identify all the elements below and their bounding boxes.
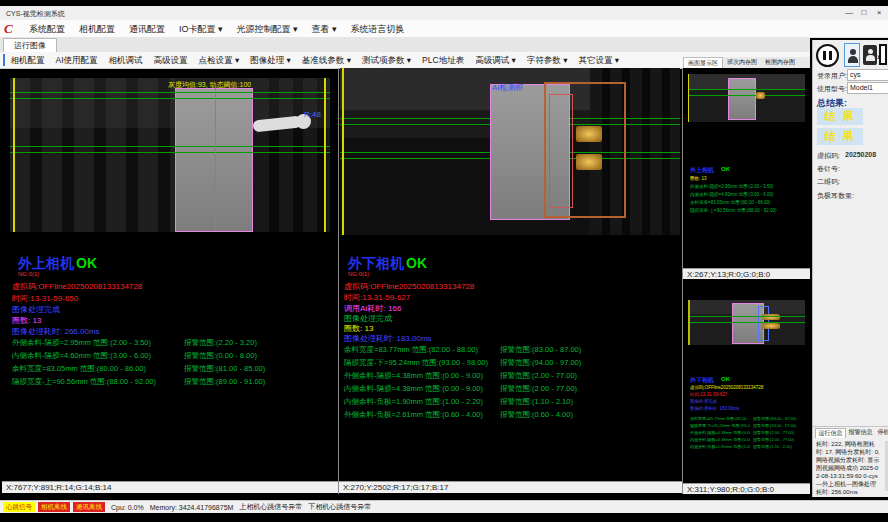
elapsed-line: 图像处理耗时: 266.00ms <box>12 326 100 337</box>
ng-note: NG:0(1) <box>18 271 39 277</box>
middle-camera-image: AI检测框 <box>340 68 680 235</box>
qr-code-label: 二维码: <box>817 177 840 187</box>
model-value[interactable]: Model1 <box>847 82 888 94</box>
thumbnail-1[interactable]: 外上相机 OK 圈数: 13 外侧余料-隔膜=2.95mm 范围:(2.00 -… <box>683 68 810 268</box>
thumb-tab-detect-memory[interactable]: 检测内存图 <box>761 57 799 68</box>
window-title: CYS-视觉检测系统 <box>6 9 65 19</box>
pixel-coordinates: X:7677;Y:891;R:14;G:14;B:14 <box>6 483 111 492</box>
result-box-1: 结 果 <box>817 108 863 125</box>
tab-highlight <box>762 323 780 329</box>
menu-language-switch[interactable]: 系统语言切换 <box>344 21 412 37</box>
exit-button[interactable]: › <box>879 44 887 65</box>
log-section: 运行信息 报警信息 停机信息 耗时: 222, 网络检测耗时: 17, 网络分发… <box>813 426 888 498</box>
user-icon <box>850 49 856 55</box>
tool-advanced-settings[interactable]: 高级设置 <box>148 53 193 68</box>
app-logo-icon: C <box>4 22 18 35</box>
log-tabs: 运行信息 报警信息 停机信息 <box>815 428 888 438</box>
mini-measure-alarm: 报警范围:(1.10 - 2.10) <box>753 444 805 449</box>
menu-system-config[interactable]: 系统配置 <box>22 21 72 37</box>
user-dark-icon <box>868 49 873 54</box>
menu-io-config[interactable]: IO卡配置 ▾ <box>172 21 230 37</box>
measurement-alarm: 报警范围:(94.00 - 97.00) <box>500 358 581 368</box>
sidebar: › 登录用户: cys 使用型号: Model1 总结果: 结 果 结 果 虚拟… <box>812 40 888 497</box>
menu-view[interactable]: 查看 ▾ <box>305 21 344 37</box>
log-text: 耗时: 222, 网络检测耗时: 17, 网络分发耗时: 0, 网络视频分发耗时… <box>816 440 880 496</box>
reference-line <box>10 152 330 153</box>
time-line: 时间:13-31-59-627 <box>344 292 410 303</box>
mini-time-line: 时间:13-31-59-627 <box>690 392 802 397</box>
measurement-value: 余料宽度=83.77mm 范围:(82.00 - 88.00) <box>344 345 478 355</box>
tool-plc-address-table[interactable]: PLC地址表 <box>417 53 470 68</box>
user-icon <box>848 56 858 63</box>
tool-char-params[interactable]: 字符参数 ▾ <box>521 53 573 68</box>
tool-baseline-params[interactable]: 基准线参数 ▾ <box>296 53 356 68</box>
minimize-button[interactable]: — <box>842 7 856 19</box>
winding-pin-label: 卷针号: <box>817 164 840 174</box>
menu-camera-config[interactable]: 相机配置 <box>72 21 122 37</box>
tab-run-image[interactable]: 运行图像 <box>3 38 57 53</box>
tool-ai-usage-config[interactable]: AI使用配置 <box>50 53 103 68</box>
tool-image-processing[interactable]: 图像处理 ▾ <box>245 53 297 68</box>
reference-line <box>688 316 805 317</box>
boundary-line <box>688 74 689 122</box>
measurement-value: 内侧余料-隔膜=4.60mm 范围:(3.00 - 6.00) <box>12 351 151 361</box>
measurement-alarm: 报警范围:(0.00 - 8.00) <box>184 351 257 361</box>
mini-measure-alarm: 报警范围:(2.00 - 77.00) <box>753 430 805 435</box>
thumb-tab-shift-memory[interactable]: 班次内存图 <box>723 57 761 68</box>
login-user-button[interactable] <box>844 43 860 67</box>
camera-name: 外上相机 <box>18 255 74 271</box>
mini-measure-alarm: 报警范围:(83.00 - 87.00) <box>753 416 805 421</box>
measurement-alarm: 报警范围:(0.60 - 4.00) <box>500 410 573 420</box>
measurement-alarm: 报警范围:(2.00 - 77.00) <box>500 384 577 394</box>
thumbnail-2[interactable]: 外下相机 OK 虚拟码:OFFline20250208133134728 时间:… <box>683 280 810 482</box>
measurement-value: 外侧余料-隔膜=4.38mm 范围:(0.00 - 9.00) <box>344 371 483 381</box>
cell-block-region <box>175 88 253 232</box>
measurement-alarm: 报警范围:(2.20 - 3.20) <box>184 338 257 348</box>
camera-name: 外下相机 <box>348 255 404 271</box>
log-tab-alarm[interactable]: 报警信息 <box>846 428 875 438</box>
virtual-code-line: 虚拟码:OFFline20250208133134728 <box>344 281 474 292</box>
middle-coordinate-bar: X:270;Y:2502;R:17;G:17;B:17 <box>339 481 682 493</box>
mini-camera-name: 外上相机 <box>690 166 714 175</box>
thumb-tab-display[interactable]: 画面显示区 <box>683 57 723 68</box>
loop-line: 圈数: 13 <box>12 315 41 326</box>
pixel-coordinates: X:270;Y:2502;R:17;G:17;B:17 <box>343 483 448 492</box>
mini-measure: 内侧余料-负极=1.90mm 范围:(1.00 - 2.20) <box>690 444 750 449</box>
pixel-coordinates: X:267;Y:13;R:0;G:0;B:0 <box>687 270 770 279</box>
tool-test-params[interactable]: 测试项参数 ▾ <box>356 53 416 68</box>
left-camera-image: 灰度均值:93, 动态阈值:100 R:48 <box>10 78 330 232</box>
boundary-line <box>324 78 326 232</box>
ng-note: NG:0(1) <box>348 271 369 277</box>
user-settings-button[interactable] <box>863 45 877 65</box>
comm-offline-badge: 通讯离线 <box>73 502 105 512</box>
title-bar: CYS-视觉检测系统 — □ × <box>0 6 888 21</box>
pause-button[interactable] <box>816 44 839 67</box>
ai-box-label: AI检测框 <box>492 82 524 93</box>
tool-camera-config[interactable]: 相机配置 <box>5 53 50 68</box>
virtual-code-label: 虚拟码: <box>817 151 840 161</box>
left-coordinate-bar: X:7677;Y:891;R:14;G:14;B:14 <box>2 481 338 493</box>
log-tab-stop[interactable]: 停机信息 <box>875 428 888 438</box>
menu-light-config[interactable]: 光源控制配置 ▾ <box>230 21 305 37</box>
tool-spot-check[interactable]: 点检设置 ▾ <box>193 53 245 68</box>
mini-result-ok: OK <box>721 376 730 382</box>
thumbnail-1-image <box>688 74 805 122</box>
boundary-line <box>688 300 690 345</box>
lower-camera-heartbeat-msg: 下相机心跳信号异常 <box>308 502 371 512</box>
login-user-value[interactable]: cys <box>847 69 888 81</box>
tool-other-settings[interactable]: 其它设置 ▾ <box>573 53 625 68</box>
tool-camera-debug[interactable]: 相机调试 <box>103 53 148 68</box>
measurement-value: 内侧余料-隔膜=4.38mm 范围:(0.00 - 9.00) <box>344 384 483 394</box>
maximize-button[interactable]: □ <box>857 7 871 19</box>
reference-line <box>688 322 805 323</box>
done-line: 图像处理完成 <box>12 304 60 315</box>
close-button[interactable]: × <box>872 7 886 19</box>
result-box-2: 结 果 <box>817 128 863 145</box>
heartbeat-badge: 心跳信号 <box>3 502 35 512</box>
status-bar: 心跳信号 相机离线 通讯离线 Cpu: 0.0% Memory: 3424.41… <box>0 500 888 513</box>
mini-camera-name: 外下相机 <box>690 376 714 385</box>
log-tab-run[interactable]: 运行信息 <box>815 428 846 438</box>
menu-comm-config[interactable]: 通讯配置 <box>122 21 172 37</box>
tool-advanced-debug[interactable]: 高级调试 ▾ <box>470 53 522 68</box>
panel-divider <box>338 68 339 494</box>
